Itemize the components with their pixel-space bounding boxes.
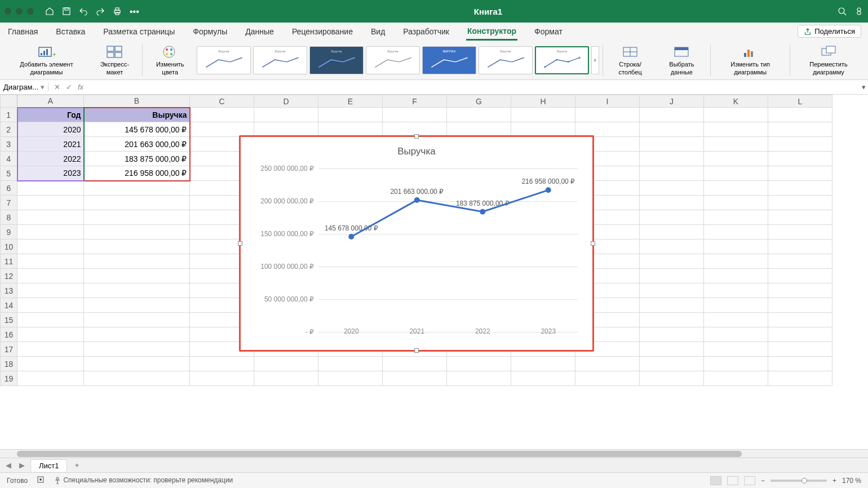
- chart-resize-handle[interactable]: [414, 348, 419, 353]
- cell[interactable]: [768, 342, 832, 357]
- column-header[interactable]: I: [575, 95, 640, 108]
- cell[interactable]: [768, 152, 832, 166]
- cell[interactable]: [190, 357, 254, 371]
- cell[interactable]: [640, 254, 704, 269]
- cell[interactable]: [704, 371, 768, 386]
- cell[interactable]: [704, 313, 768, 327]
- cell[interactable]: [84, 239, 190, 254]
- cell[interactable]: [447, 371, 511, 386]
- cancel-formula-icon[interactable]: ✕: [54, 83, 60, 91]
- cell[interactable]: [84, 313, 190, 327]
- cell[interactable]: [84, 269, 190, 283]
- column-header[interactable]: E: [318, 95, 383, 108]
- chart-style-4[interactable]: Выручка: [366, 46, 420, 74]
- row-header[interactable]: 18: [1, 357, 17, 371]
- cell[interactable]: [84, 181, 190, 196]
- chart-data-point[interactable]: [414, 197, 420, 203]
- row-header[interactable]: 7: [1, 196, 17, 210]
- row-header[interactable]: 13: [1, 283, 17, 298]
- row-header[interactable]: 9: [1, 225, 17, 239]
- macro-record-icon[interactable]: [37, 476, 45, 485]
- row-header[interactable]: 14: [1, 298, 17, 313]
- cell[interactable]: [254, 371, 318, 386]
- zoom-slider-thumb[interactable]: [801, 478, 807, 483]
- cell[interactable]: [17, 225, 84, 239]
- change-chart-type-button[interactable]: Изменить тип диаграммы: [714, 43, 786, 77]
- view-pagelayout-button[interactable]: [727, 476, 738, 485]
- minimize-window[interactable]: [16, 8, 23, 15]
- cell[interactable]: [383, 357, 447, 371]
- cell[interactable]: [17, 357, 84, 371]
- row-header[interactable]: 4: [1, 152, 17, 166]
- cell[interactable]: [640, 196, 704, 210]
- home-icon[interactable]: [45, 7, 54, 16]
- cell[interactable]: [447, 357, 511, 371]
- cell[interactable]: 2021: [17, 137, 84, 152]
- column-header[interactable]: G: [447, 95, 511, 108]
- tab-home[interactable]: Главная: [7, 24, 39, 39]
- cell[interactable]: [575, 357, 640, 371]
- worksheet-grid[interactable]: ABCDEFGHIJKL1ГодВыручка22020145 678 000,…: [0, 95, 868, 449]
- cell[interactable]: [318, 108, 383, 122]
- cell[interactable]: [704, 298, 768, 313]
- cell[interactable]: [84, 371, 190, 386]
- cell[interactable]: [768, 196, 832, 210]
- chart-style-1[interactable]: Выручка: [197, 46, 251, 74]
- cell[interactable]: [640, 225, 704, 239]
- formula-expand-icon[interactable]: ▾: [859, 83, 868, 91]
- cell[interactable]: [447, 108, 511, 122]
- feedback-icon[interactable]: [854, 7, 863, 16]
- print-icon[interactable]: [113, 7, 122, 16]
- cell[interactable]: [640, 283, 704, 298]
- chart-data-point[interactable]: [348, 234, 354, 239]
- tab-developer[interactable]: Разработчик: [402, 24, 450, 39]
- cell[interactable]: [704, 225, 768, 239]
- sheet-next-icon[interactable]: ▶: [17, 461, 27, 469]
- cell[interactable]: [704, 166, 768, 181]
- cell[interactable]: [768, 225, 832, 239]
- column-header[interactable]: D: [254, 95, 318, 108]
- row-header[interactable]: 17: [1, 342, 17, 357]
- chart-style-6[interactable]: Выручка: [479, 46, 533, 74]
- zoom-level[interactable]: 170 %: [842, 477, 861, 485]
- chart-resize-handle[interactable]: [591, 241, 595, 246]
- cell[interactable]: 183 875 000,00 ₽: [84, 152, 190, 166]
- undo-icon[interactable]: [79, 7, 88, 16]
- cell[interactable]: [17, 254, 84, 269]
- cell[interactable]: [640, 327, 704, 342]
- cell[interactable]: [511, 122, 575, 137]
- column-header[interactable]: B: [84, 95, 190, 108]
- row-header[interactable]: 2: [1, 122, 17, 137]
- cell[interactable]: [768, 122, 832, 137]
- column-header[interactable]: F: [383, 95, 447, 108]
- zoom-slider[interactable]: [770, 480, 827, 482]
- fx-icon[interactable]: fx: [78, 83, 83, 91]
- accessibility-status[interactable]: Специальные возможности: проверьте реком…: [54, 476, 233, 485]
- save-icon[interactable]: [62, 7, 71, 16]
- cell[interactable]: [254, 357, 318, 371]
- cell[interactable]: [447, 122, 511, 137]
- view-pagebreak-button[interactable]: [744, 476, 755, 485]
- switch-row-column-button[interactable]: Строка/столбец: [606, 43, 654, 77]
- cell[interactable]: [704, 239, 768, 254]
- cell[interactable]: [511, 108, 575, 122]
- cell[interactable]: [704, 254, 768, 269]
- cell[interactable]: [704, 181, 768, 196]
- cell[interactable]: [768, 254, 832, 269]
- change-colors-button[interactable]: Изменить цвета: [146, 43, 194, 77]
- cell[interactable]: [190, 371, 254, 386]
- tab-review[interactable]: Рецензирование: [291, 24, 354, 39]
- row-header[interactable]: 19: [1, 371, 17, 386]
- cell[interactable]: [640, 108, 704, 122]
- tab-formulas[interactable]: Формулы: [192, 24, 228, 39]
- chart-title[interactable]: Выручка: [245, 146, 588, 157]
- tab-chartdesign[interactable]: Конструктор: [466, 23, 517, 41]
- column-header[interactable]: L: [768, 95, 832, 108]
- cell[interactable]: [640, 181, 704, 196]
- cell[interactable]: 2023: [17, 166, 84, 181]
- cell[interactable]: [704, 357, 768, 371]
- share-button[interactable]: Поделиться: [798, 25, 861, 38]
- chart-style-3[interactable]: Выручка: [309, 46, 364, 74]
- row-header[interactable]: 16: [1, 327, 17, 342]
- name-box[interactable]: Диаграм... ▾: [0, 83, 48, 91]
